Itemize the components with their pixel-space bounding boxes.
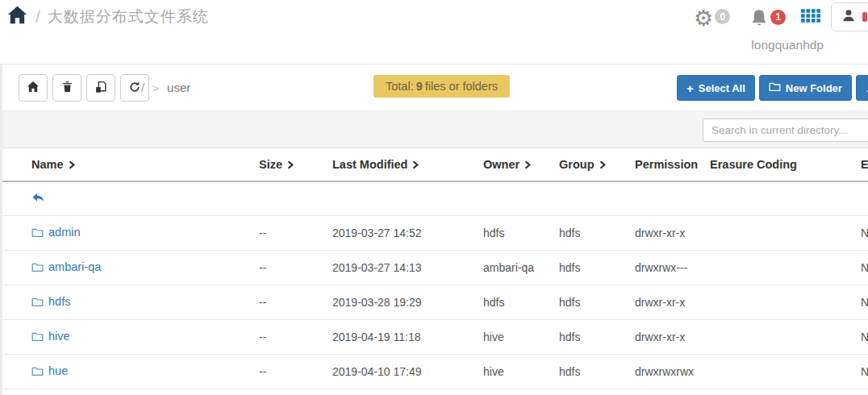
up-directory-icon[interactable]	[31, 193, 45, 206]
home-icon[interactable]	[6, 5, 28, 28]
user-menu-red-fragment	[862, 12, 867, 22]
new-folder-button[interactable]: New Folder	[759, 75, 852, 101]
apps-menu-button[interactable]	[801, 9, 820, 26]
cell-erasure	[703, 285, 854, 320]
cell-permission: drwxr-xr-x	[628, 285, 703, 320]
cell-encrypted: No	[854, 285, 868, 320]
title-separator: /	[35, 7, 40, 27]
grid-icon	[801, 9, 820, 26]
brand: / 大数据分布式文件系统	[6, 5, 209, 28]
folder-name: admin	[48, 226, 81, 239]
table-row: admin -- 2019-03-27 14:52 hdfs hdfs drwx…	[2, 216, 868, 251]
table-row: ambari-qa -- 2019-03-27 14:13 ambari-qa …	[2, 251, 868, 285]
header-permission: Permission	[628, 148, 703, 181]
cell-encrypted: No	[854, 320, 868, 355]
header-group[interactable]: Group	[553, 148, 628, 181]
cell-size: --	[252, 355, 326, 389]
cell-size: --	[252, 320, 326, 355]
total-count-badge: Total:9files or folders	[373, 75, 510, 98]
action-buttons: + Select All New Folder Upload	[677, 75, 868, 101]
trash-icon	[61, 81, 73, 95]
toolbar-icon-buttons	[19, 74, 149, 102]
cell-erasure	[703, 355, 854, 389]
user-icon	[841, 8, 856, 26]
files-table: Name Size Last Modified Owner Group Perm…	[2, 148, 868, 395]
breadcrumb-root[interactable]: /	[141, 81, 144, 94]
header-name[interactable]: Name	[2, 148, 252, 181]
cell-group: hdfs	[553, 320, 628, 355]
settings-button[interactable]: ⚙ 0	[694, 8, 730, 30]
header-encrypted: Encrypted	[854, 148, 868, 181]
folder-link[interactable]: hdfs	[31, 295, 70, 308]
folder-link[interactable]: hue	[31, 364, 68, 377]
cell-modified: 2019-03-27 14:52	[326, 216, 477, 251]
cell-permission: drwxr-xr-x	[628, 320, 703, 355]
cell-modified: 2019-03-27 14:13	[326, 251, 477, 285]
cell-encrypted: No	[854, 216, 868, 251]
header-erasure-coding: Erasure Coding	[703, 148, 854, 181]
sort-chevron-icon	[412, 159, 419, 172]
folder-name: hue	[48, 364, 68, 377]
table-row-partial	[2, 389, 868, 395]
notifications-button[interactable]: 1	[749, 8, 786, 31]
cell-group: hdfs	[553, 251, 628, 285]
bell-icon	[749, 8, 769, 31]
cell-erasure	[703, 320, 854, 355]
table-row: hive -- 2019-04-19 11:18 hive hdfs drwxr…	[2, 320, 868, 355]
cell-group: hdfs	[553, 355, 628, 389]
table-row: hue -- 2019-04-10 17:49 hive hdfs drwxrw…	[2, 355, 868, 389]
breadcrumb-current: user	[167, 81, 190, 94]
folder-icon	[31, 227, 44, 240]
folder-link[interactable]: hive	[31, 330, 70, 343]
cell-group: hdfs	[553, 285, 628, 320]
header-owner[interactable]: Owner	[477, 148, 553, 181]
cell-size: --	[252, 285, 326, 320]
select-all-button[interactable]: + Select All	[677, 75, 755, 101]
cell-permission: drwxrwxrwx	[628, 355, 703, 389]
folder-name: hdfs	[48, 295, 70, 308]
header-last-modified[interactable]: Last Modified	[326, 148, 477, 181]
refresh-icon	[128, 81, 141, 96]
new-folder-label: New Folder	[786, 82, 842, 94]
filter-bar	[2, 110, 868, 148]
copy-icon	[94, 81, 107, 96]
folder-name: hive	[48, 330, 70, 343]
sort-chevron-icon	[524, 159, 531, 172]
cell-encrypted: No	[854, 355, 868, 389]
upload-button[interactable]: Upload	[856, 75, 868, 101]
table-row-up-directory	[2, 181, 868, 216]
select-all-label: Select All	[699, 82, 745, 94]
copy-move-button[interactable]	[86, 74, 115, 102]
search-input[interactable]	[703, 118, 868, 142]
cell-group: hdfs	[553, 216, 628, 251]
settings-badge: 0	[715, 9, 730, 24]
total-count: 9	[416, 80, 423, 93]
header-size[interactable]: Size	[252, 148, 326, 181]
go-root-button[interactable]	[19, 74, 48, 102]
cell-owner: hdfs	[477, 285, 553, 320]
delete-button[interactable]	[52, 74, 81, 102]
cell-erasure	[703, 216, 854, 251]
plus-icon: +	[686, 82, 694, 94]
folder-icon	[31, 297, 44, 310]
cell-owner: hive	[477, 355, 553, 389]
user-menu-button[interactable]	[831, 2, 868, 31]
gear-icon: ⚙	[694, 8, 713, 30]
cell-erasure	[703, 251, 854, 285]
sort-chevron-icon	[287, 159, 294, 172]
table-row: hdfs -- 2019-03-28 19:29 hdfs hdfs drwxr…	[2, 285, 868, 320]
file-browser-panel: / > user Total:9files or folders + Selec…	[0, 64, 868, 395]
cell-permission: drwxrwx---	[628, 251, 703, 285]
cell-owner: hive	[477, 320, 553, 355]
folder-link[interactable]: ambari-qa	[31, 260, 101, 273]
cell-size: --	[252, 216, 326, 251]
notifications-badge: 1	[770, 10, 786, 25]
home-small-icon	[27, 81, 40, 95]
page-title: 大数据分布式文件系统	[48, 6, 209, 27]
folder-link[interactable]: admin	[31, 226, 81, 239]
username-label: longquanhdp	[751, 38, 824, 52]
total-label: Total:	[386, 80, 414, 93]
sort-chevron-icon	[599, 159, 606, 172]
folder-icon	[31, 262, 44, 275]
topbar: / 大数据分布式文件系统 ⚙ 0 1 longquanhdp	[0, 0, 868, 64]
